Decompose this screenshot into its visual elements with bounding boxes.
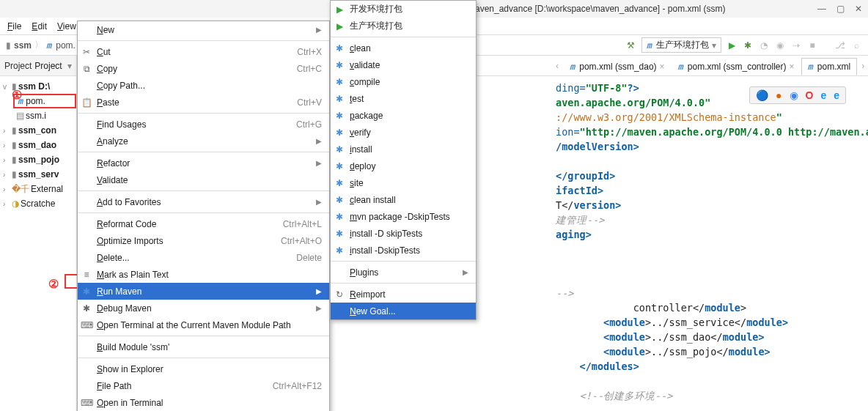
menu-view[interactable]: View [57,21,76,32]
opera-icon[interactable]: O [806,89,814,101]
build-hammer-icon[interactable]: ⚒ [625,40,637,51]
menu-item-label: Run Maven [97,286,141,297]
menu-item-label: compile [350,77,380,87]
menu-item-open-in-terminal[interactable]: ⌨Open in Terminal [78,394,329,411]
menu-item-compile[interactable]: ✱compile [331,73,476,90]
menu-item-test[interactable]: ✱test [331,90,476,107]
minimize-button[interactable]: — [817,4,826,14]
menu-item-install-dskiptests[interactable]: ✱install -DskipTests [331,242,476,259]
tab-scroll-right-icon[interactable]: › [861,61,864,71]
menu-item-plugins[interactable]: Plugins▶ [331,264,476,281]
menu-item-label: deploy [350,161,375,171]
gear-icon: ✱ [334,60,345,70]
menu-item-open-terminal-at-the-current-maven-module-path[interactable]: ⌨Open Terminal at the Current Maven Modu… [78,316,329,333]
run-config-label: 生产环境打包 [656,39,709,51]
gear-icon: ✱ [334,195,345,205]
run-configuration-select[interactable]: m 生产环境打包 ▾ [641,37,721,53]
close-button[interactable]: ✕ [855,4,862,14]
menu-item-build-module-ssm-[interactable]: Build Module 'ssm' [78,338,329,355]
close-icon[interactable]: × [660,62,665,72]
tab-pom-active[interactable]: mpom.xml [801,58,858,75]
menu-item-refactor[interactable]: Refactor▶ [78,155,329,171]
📋-icon: 📋 [81,97,92,108]
menu-item-reformat-code[interactable]: Reformat CodeCtrl+Alt+L [78,215,329,232]
menu-item-label: Optimize Imports [97,236,163,246]
safari-icon[interactable]: ◉ [790,89,798,101]
menu-item-clean-install[interactable]: ✱clean install [331,191,476,208]
menu-item-cut[interactable]: ✂CutCtrl+X [78,43,329,60]
menu-edit[interactable]: Edit [32,21,47,32]
menu-item-install[interactable]: ✱install [331,141,476,158]
menu-item-delete-[interactable]: Delete...Delete [78,249,329,266]
chrome-icon[interactable]: 🔵 [756,89,768,101]
project-context-menu[interactable]: New▶✂CutCtrl+X⧉CopyCtrl+CCopy Path...📋Pa… [77,21,330,411]
menu-item-new[interactable]: New▶ [78,21,329,38]
menu-item-label: clean install [350,195,396,205]
menu-item-new-goal-[interactable]: New Goal... [331,303,476,319]
menu-item-find-usages[interactable]: Find UsagesCtrl+G [78,116,329,133]
menu-item-package[interactable]: ✱package [331,107,476,124]
open-in-browser-bar[interactable]: 🔵 ● ◉ O e e [749,86,846,104]
search-icon[interactable]: ⌕ [850,40,862,51]
term-icon: ⌨ [81,398,92,408]
menu-item-copy[interactable]: ⧉CopyCtrl+C [78,60,329,77]
menu-item-analyze[interactable]: Analyze▶ [78,133,329,149]
ie-icon[interactable]: e [820,89,826,101]
menu-item-label: Analyze [97,136,128,147]
menu-item-validate[interactable]: Validate [78,171,329,188]
tree-item-ssm-pojo: ›▮ssm_pojo [0,152,76,167]
menu-item--[interactable]: ▶生产环境打包 [331,18,476,34]
menu-item-deploy[interactable]: ✱deploy [331,158,476,174]
breadcrumb-root: ssm [14,40,32,51]
menu-item-label: New [97,25,114,35]
menu-item-mark-as-plain-text[interactable]: ≡Mark as Plain Text [78,266,329,283]
menu-file[interactable]: FFileile [7,21,21,32]
git-icon[interactable]: ⎇ [834,40,846,51]
close-icon[interactable]: × [790,62,795,72]
chevron-down-icon: ▾ [712,40,716,51]
menu-item-show-in-explorer[interactable]: Show in Explorer [78,360,329,377]
edge-icon[interactable]: e [834,89,839,101]
debug-icon[interactable]: ✱ [742,40,754,51]
menu-item-debug-maven[interactable]: ✱Debug Maven▶ [78,300,329,316]
tab-scroll-left-icon[interactable]: ‹ [556,61,559,71]
project-header[interactable]: Project Project ▾ [0,56,76,76]
menu-item-verify[interactable]: ✱verify [331,124,476,141]
maximize-button[interactable]: ▢ [836,4,845,14]
menu-item-validate[interactable]: ✱validate [331,56,476,73]
menu-item-reimport[interactable]: ↻Reimport [331,286,476,303]
folder-icon: ▮ [6,40,11,51]
chevron-right-icon: ▶ [294,159,322,167]
firefox-icon[interactable]: ● [776,89,781,101]
menu-item-site[interactable]: ✱site [331,174,476,191]
gear-icon: ✱ [334,144,345,155]
menu-item-clean[interactable]: ✱clean [331,40,476,56]
attach-icon[interactable]: ⇢ [790,40,802,51]
menu-item-copy-path-[interactable]: Copy Path... [78,77,329,94]
profile-icon[interactable]: ◉ [774,40,786,51]
menu-item-mvn-package-dskiptests[interactable]: ✱mvn package -DskipTests [331,208,476,225]
menu-item-label: Find Usages [97,119,146,130]
play-icon: ▶ [334,21,345,32]
chevron-right-icon: ▶ [294,198,322,206]
tab-pom-controller[interactable]: mpom.xml (ssm_controller)× [672,58,801,75]
project-label: Project [4,61,32,71]
bug-icon: ✱ [81,303,92,314]
annotation-1: ① [12,88,22,102]
breadcrumb[interactable]: ▮ ssm 〉 m pom. [6,39,76,51]
term-icon: ⌨ [81,320,92,330]
stop-icon[interactable]: ■ [806,40,818,51]
tab-pom-dao[interactable]: mpom.xml (ssm_dao)× [563,58,672,75]
run-maven-submenu[interactable]: ▶开发环境打包▶生产环境打包✱clean✱validate✱compile✱te… [330,0,477,320]
menu-item-install-d-skiptests[interactable]: ✱install -D skipTests [331,225,476,242]
menu-item-add-to-favorites[interactable]: Add to Favorites▶ [78,193,329,210]
menu-item-optimize-imports[interactable]: Optimize ImportsCtrl+Alt+O [78,232,329,249]
menu-item-paste[interactable]: 📋PasteCtrl+V [78,94,329,111]
coverage-icon[interactable]: ◔ [758,40,770,51]
menu-item-file-path[interactable]: File PathCtrl+Alt+F12 [78,377,329,394]
menu-item-label: mvn package -DskipTests [350,212,450,222]
menu-item--[interactable]: ▶开发环境打包 [331,1,476,18]
run-icon[interactable]: ▶ [726,40,738,51]
reload-icon: ↻ [334,289,345,300]
menu-item-run-maven[interactable]: ✱Run Maven▶ [78,283,329,300]
